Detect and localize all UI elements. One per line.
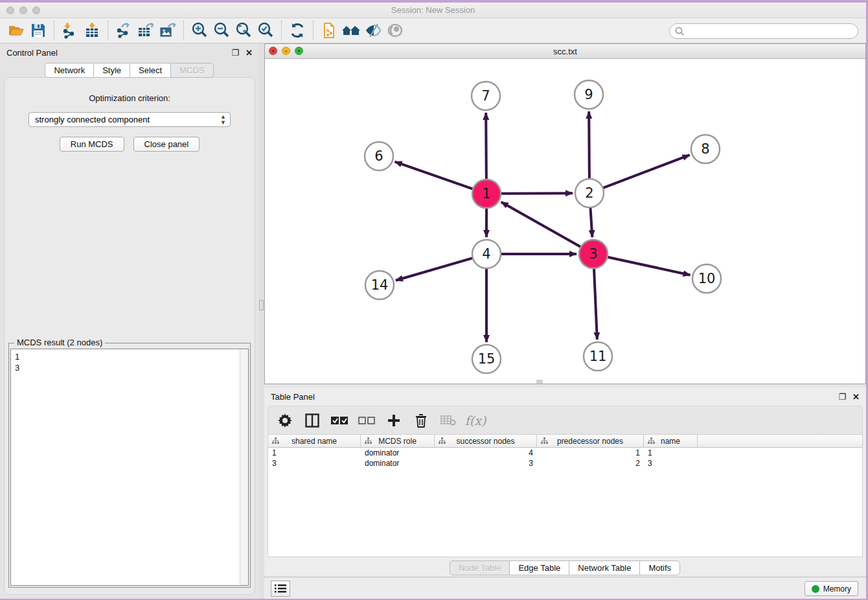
canvas-hscrollbar-thumb[interactable] <box>536 380 543 384</box>
list-icon <box>275 584 286 594</box>
cell-predecessor-nodes[interactable]: 1 <box>537 448 644 457</box>
network-maximize-icon[interactable]: + <box>295 47 303 55</box>
toolbar-separator <box>281 21 282 40</box>
save-session-icon[interactable] <box>27 21 49 40</box>
edge-3-11[interactable] <box>594 267 597 340</box>
export-image-icon[interactable] <box>157 21 179 40</box>
network-canvas[interactable]: 7968124314101511 <box>265 59 865 384</box>
toolbar-separator <box>108 21 108 40</box>
node-label-1: 1 <box>482 186 490 202</box>
control-panel-title: Control Panel <box>6 48 58 58</box>
result-scrollbar[interactable] <box>240 349 248 585</box>
edge-4-14[interactable] <box>396 258 474 281</box>
unselect-all-columns-icon[interactable] <box>358 411 376 430</box>
table-row[interactable]: 3dominator323 <box>268 458 862 468</box>
tab-motifs[interactable]: Motifs <box>639 560 680 575</box>
column-header-shared-name[interactable]: shared name <box>268 435 361 447</box>
node-label-15: 15 <box>478 351 496 367</box>
export-network-icon[interactable] <box>113 21 135 40</box>
column-header-successor-nodes[interactable]: successor nodes <box>435 435 537 447</box>
tab-edge-table[interactable]: Edge Table <box>509 560 569 575</box>
edge-1-2[interactable] <box>499 193 573 194</box>
network-close-icon[interactable]: × <box>269 47 277 55</box>
export-table-icon[interactable] <box>135 21 157 40</box>
node-label-14: 14 <box>371 277 389 293</box>
cell-shared-name[interactable]: 1 <box>268 448 361 457</box>
refresh-view-icon[interactable] <box>286 21 308 40</box>
tab-node-table[interactable]: Node Table <box>450 560 510 575</box>
zoom-out-icon[interactable] <box>211 21 233 40</box>
network-window-title: scc.txt <box>265 47 865 56</box>
hide-graphics-details-icon[interactable] <box>362 21 384 40</box>
column-header-MCDS-role[interactable]: MCDS role <box>361 435 435 447</box>
edge-3-1[interactable] <box>501 202 582 248</box>
table-close-panel-icon[interactable]: ✕ <box>852 392 860 402</box>
network-graph[interactable]: 7968124314101511 <box>265 59 865 384</box>
show-graphics-details-icon[interactable] <box>384 21 406 40</box>
tab-network-table[interactable]: Network Table <box>569 560 640 575</box>
new-network-from-file-icon[interactable] <box>318 21 340 40</box>
search-field[interactable] <box>669 23 858 39</box>
cell-successor-nodes[interactable]: 4 <box>435 448 537 457</box>
edge-1-6[interactable] <box>395 162 475 190</box>
zoom-in-icon[interactable] <box>188 21 211 40</box>
run-mcds-button[interactable]: Run MCDS <box>60 137 124 152</box>
open-session-icon[interactable] <box>5 21 27 40</box>
import-table-icon[interactable] <box>81 21 103 40</box>
minimize-window-icon[interactable] <box>19 6 27 14</box>
panel-divider[interactable] <box>259 43 264 599</box>
float-panel-icon[interactable]: ❐ <box>231 48 239 58</box>
zoom-selected-icon[interactable] <box>255 21 277 40</box>
home-layout-icon[interactable] <box>340 21 362 40</box>
close-panel-icon[interactable]: ✕ <box>246 48 253 58</box>
table-panel-title: Table Panel <box>271 392 315 402</box>
cell-shared-name[interactable]: 3 <box>268 459 361 468</box>
tab-select[interactable]: Select <box>130 63 171 78</box>
show-columns-icon[interactable] <box>303 411 321 430</box>
close-window-icon[interactable] <box>6 6 14 14</box>
edge-2-8[interactable] <box>602 155 690 189</box>
network-minimize-icon[interactable]: − <box>282 47 290 55</box>
cell-name[interactable]: 1 <box>644 448 698 457</box>
cell-MCDS-role[interactable]: dominator <box>361 459 435 468</box>
search-input[interactable] <box>685 25 858 38</box>
cell-name[interactable]: 3 <box>644 459 698 468</box>
main-toolbar <box>0 18 866 43</box>
table-settings-gear-icon[interactable] <box>276 411 294 430</box>
zoom-fit-icon[interactable] <box>233 21 255 40</box>
cell-predecessor-nodes[interactable]: 2 <box>537 459 644 468</box>
delete-column-trash-icon[interactable] <box>412 411 430 430</box>
node-label-4: 4 <box>482 246 490 262</box>
close-panel-button[interactable]: Close panel <box>133 137 200 152</box>
maximize-window-icon[interactable] <box>32 6 40 14</box>
table-float-panel-icon[interactable]: ❐ <box>838 392 846 402</box>
node-table[interactable]: shared nameMCDS rolesuccessor nodesprede… <box>268 434 863 557</box>
table-row[interactable]: 1dominator411 <box>268 448 862 458</box>
select-all-columns-icon[interactable] <box>330 411 348 430</box>
traffic-lights <box>6 6 40 14</box>
column-header-predecessor-nodes[interactable]: predecessor nodes <box>537 435 644 447</box>
edge-2-9[interactable] <box>589 111 589 180</box>
cell-successor-nodes[interactable]: 3 <box>435 459 537 468</box>
delete-table-icon <box>439 411 457 430</box>
edge-1-7[interactable] <box>486 113 486 181</box>
tab-network[interactable]: Network <box>45 63 94 78</box>
create-column-icon[interactable] <box>385 411 403 430</box>
divider-handle-icon[interactable] <box>259 300 264 310</box>
criterion-select[interactable]: strongly connected component ▲▼ <box>29 112 231 127</box>
node-label-6: 6 <box>374 148 383 164</box>
tab-style[interactable]: Style <box>93 63 130 78</box>
edge-3-10[interactable] <box>606 257 691 275</box>
network-window-titlebar: × − + scc.txt <box>265 44 865 59</box>
task-history-button[interactable] <box>271 581 290 597</box>
select-stepper-icon: ▲▼ <box>220 114 226 126</box>
table-toolbar: f(x) <box>268 406 863 434</box>
cell-MCDS-role[interactable]: dominator <box>361 448 435 457</box>
column-header-name[interactable]: name <box>644 435 698 447</box>
toolbar-separator <box>183 21 184 40</box>
memory-button[interactable]: Memory <box>805 581 858 596</box>
app-window: Session: New Session <box>0 3 866 599</box>
tab-mcds[interactable]: MCDS <box>170 63 213 78</box>
edge-2-3[interactable] <box>590 206 592 237</box>
import-network-icon[interactable] <box>59 21 81 40</box>
